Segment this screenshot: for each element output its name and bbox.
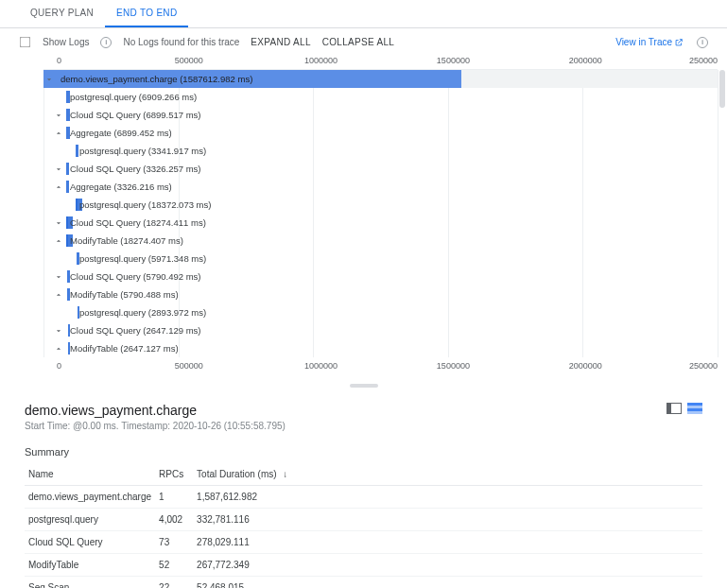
span-label: postgresql.query (5971.348 ms) — [76, 253, 206, 264]
details-title: demo.views_payment.charge — [25, 403, 286, 418]
cell-rpcs: 52 — [155, 554, 193, 577]
chevron-down-icon[interactable] — [43, 74, 55, 85]
chevron-up-icon[interactable] — [53, 128, 64, 139]
span-label: demo.views_payment.charge (1587612.982 m… — [57, 74, 252, 84]
span-label: Cloud SQL Query (2647.129 ms) — [66, 325, 201, 336]
chevron-up-icon[interactable] — [53, 235, 64, 247]
chevron-up-icon[interactable] — [53, 182, 64, 193]
ruler-tick: 250000 — [689, 361, 718, 371]
cell-name: ModifyTable — [25, 554, 155, 577]
cell-name: postgresql.query — [25, 509, 155, 531]
summary-heading: Summary — [25, 446, 702, 458]
span-row[interactable]: Cloud SQL Query (3326.257 ms) — [43, 160, 718, 178]
span-row[interactable]: Aggregate (3326.216 ms) — [43, 178, 718, 196]
details-subtitle: Start Time: @0.00 ms. Timestamp: 2020-10… — [25, 421, 286, 431]
span-chart: demo.views_payment.charge (1587612.982 m… — [43, 69, 718, 357]
span-label: Aggregate (6899.452 ms) — [66, 128, 172, 138]
table-row[interactable]: ModifyTable 52 267,772.349 — [25, 554, 702, 577]
table-row[interactable]: Cloud SQL Query 73 278,029.111 — [25, 531, 702, 554]
cell-total: 332,781.116 — [193, 509, 702, 531]
span-row[interactable]: postgresql.query (3341.917 ms) — [43, 142, 718, 160]
ruler-tick: 1500000 — [437, 361, 470, 371]
table-row[interactable]: demo.views_payment.charge 1 1,587,612.98… — [25, 486, 702, 509]
span-label: Cloud SQL Query (3326.257 ms) — [66, 164, 201, 174]
span-row[interactable]: postgresql.query (18372.073 ms) — [43, 196, 718, 214]
span-row[interactable]: postgresql.query (6909.266 ms) — [43, 88, 718, 106]
tab-query-plan[interactable]: QUERY PLAN — [19, 0, 105, 27]
span-row[interactable]: demo.views_payment.charge (1587612.982 m… — [43, 70, 718, 88]
tab-end-to-end[interactable]: END TO END — [105, 0, 188, 27]
flame-view-icon[interactable] — [687, 403, 702, 414]
chevron-up-icon[interactable] — [53, 343, 64, 355]
chevron-down-icon[interactable] — [53, 325, 64, 337]
span-row[interactable]: ModifyTable (2647.127 ms) — [43, 339, 718, 357]
ruler-tick: 500000 — [175, 361, 203, 371]
span-label: Cloud SQL Query (18274.411 ms) — [66, 217, 206, 228]
ruler-tick: 250000 — [689, 56, 718, 65]
table-row[interactable]: postgresql.query 4,002 332,781.116 — [25, 509, 702, 531]
span-label: Cloud SQL Query (5790.492 ms) — [66, 271, 201, 282]
ruler-tick: 2000000 — [569, 56, 602, 65]
cell-total: 52,468.015 — [193, 577, 702, 589]
scrollbar[interactable] — [719, 70, 725, 108]
span-row[interactable]: postgresql.query (2893.972 ms) — [43, 303, 718, 321]
chevron-down-icon[interactable] — [53, 110, 64, 121]
cell-rpcs: 73 — [155, 531, 193, 554]
cell-rpcs: 4,002 — [155, 509, 193, 531]
chevron-down-icon[interactable] — [53, 271, 64, 283]
tab-bar: QUERY PLAN END TO END — [0, 0, 727, 28]
span-row[interactable]: Cloud SQL Query (18274.411 ms) — [43, 214, 718, 232]
summary-section: Summary Name RPCs Total Duration (ms) ↓ … — [25, 446, 702, 588]
ruler-tick: 0 — [57, 361, 61, 371]
span-label: Cloud SQL Query (6899.517 ms) — [66, 110, 201, 120]
chevron-up-icon[interactable] — [53, 289, 64, 301]
span-label: postgresql.query (3341.917 ms) — [76, 146, 206, 156]
span-row[interactable]: ModifyTable (18274.407 ms) — [43, 232, 718, 250]
span-row[interactable]: postgresql.query (5971.348 ms) — [43, 250, 718, 268]
view-in-trace-label: View in Trace — [615, 37, 672, 47]
col-total-label: Total Duration (ms) — [197, 469, 276, 479]
time-ruler-top: 0 500000 1000000 1500000 2000000 250000 — [57, 56, 718, 69]
span-label: Aggregate (3326.216 ms) — [66, 182, 172, 192]
ruler-tick: 0 — [57, 56, 61, 65]
info-icon: i — [697, 37, 708, 48]
span-row[interactable]: Cloud SQL Query (6899.517 ms) — [43, 106, 718, 124]
span-label: ModifyTable (5790.488 ms) — [66, 289, 179, 300]
cell-name: demo.views_payment.charge — [25, 486, 155, 509]
show-logs-checkbox[interactable] — [20, 37, 31, 48]
span-row[interactable]: Cloud SQL Query (2647.129 ms) — [43, 321, 718, 339]
col-rpcs[interactable]: RPCs — [155, 463, 193, 486]
span-row[interactable]: Aggregate (6899.452 ms) — [43, 124, 718, 142]
span-label: postgresql.query (6909.266 ms) — [66, 92, 197, 102]
table-view-icon[interactable] — [666, 403, 682, 414]
show-logs-label: Show Logs — [43, 37, 89, 47]
chevron-down-icon[interactable] — [53, 164, 64, 175]
ruler-tick: 2000000 — [569, 361, 602, 371]
col-total[interactable]: Total Duration (ms) ↓ — [193, 463, 702, 486]
ruler-tick: 1000000 — [304, 56, 338, 65]
chevron-down-icon[interactable] — [53, 217, 64, 229]
span-row[interactable]: Cloud SQL Query (5790.492 ms) — [43, 268, 718, 285]
expand-all-button[interactable]: EXPAND ALL — [251, 37, 310, 47]
span-label: ModifyTable (2647.127 ms) — [66, 343, 179, 354]
resize-handle[interactable] — [350, 384, 378, 388]
span-label: postgresql.query (2893.972 ms) — [76, 307, 206, 318]
no-logs-text: No Logs found for this trace — [123, 37, 239, 47]
details-panel: demo.views_payment.charge Start Time: @0… — [0, 397, 727, 588]
cell-total: 267,772.349 — [193, 554, 702, 577]
collapse-all-button[interactable]: COLLAPSE ALL — [322, 37, 394, 47]
info-icon: i — [100, 37, 112, 48]
span-label: postgresql.query (18372.073 ms) — [76, 199, 211, 210]
cell-total: 278,029.111 — [193, 531, 702, 554]
external-link-icon — [674, 38, 684, 47]
cell-name: Cloud SQL Query — [25, 531, 155, 554]
span-row[interactable]: ModifyTable (5790.488 ms) — [43, 285, 718, 303]
ruler-tick: 1000000 — [304, 361, 338, 371]
col-name[interactable]: Name — [25, 463, 155, 486]
summary-table: Name RPCs Total Duration (ms) ↓ demo.vie… — [25, 463, 702, 588]
view-in-trace-link[interactable]: View in Trace — [615, 37, 684, 47]
time-ruler-bottom: 0 500000 1000000 1500000 2000000 250000 — [57, 361, 718, 374]
table-row[interactable]: Seq Scan 22 52,468.015 — [25, 577, 702, 589]
sort-desc-icon: ↓ — [283, 469, 287, 479]
ruler-tick: 500000 — [175, 56, 203, 65]
